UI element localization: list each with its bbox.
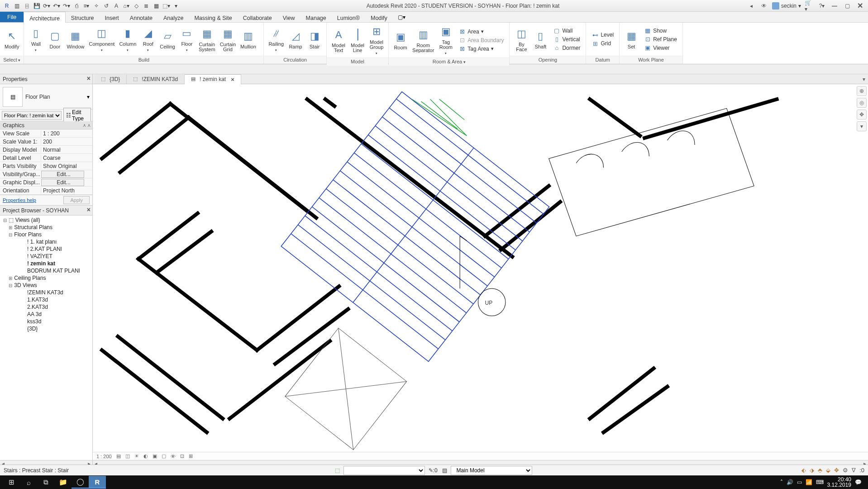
background-icon[interactable]: ⚙ <box>843 467 848 474</box>
edit-type-button[interactable]: ☷Edit Type <box>63 108 91 123</box>
tree-item[interactable]: 2.KAT3d <box>0 303 92 311</box>
viewer-button[interactable]: ▣Viewer <box>644 44 677 52</box>
tray-chevron-icon[interactable]: ˄ <box>780 479 783 485</box>
tab-analyze[interactable]: Analyze <box>158 12 189 22</box>
panel-label-select[interactable]: Select <box>0 56 24 64</box>
search-icon[interactable]: 👁 <box>759 1 768 10</box>
properties-header[interactable]: Properties × <box>0 74 92 84</box>
property-row[interactable]: Display ModelNormal <box>0 146 92 154</box>
file-explorer-icon[interactable]: 📁 <box>54 476 72 489</box>
clock[interactable]: 20:40 3.12.2019 <box>827 477 851 488</box>
select-face-icon[interactable]: ⬙ <box>826 467 830 474</box>
grid-button[interactable]: ⊞Grid <box>591 40 614 47</box>
model-text-button[interactable]: AModel Text <box>329 27 348 54</box>
workset-select[interactable] <box>343 466 425 475</box>
workset-icon[interactable]: ⬚ <box>335 467 340 474</box>
dim-icon[interactable]: ↺ <box>102 2 110 10</box>
ref-plane-button[interactable]: ⊡Ref Plane <box>644 36 677 43</box>
text-icon[interactable]: A <box>112 2 120 10</box>
tree-item[interactable]: ! VAZİYET <box>0 253 92 260</box>
keyboard-icon[interactable]: ⌨ <box>816 479 824 485</box>
window-button[interactable]: ▦Window <box>65 28 86 50</box>
tree-3d-views[interactable]: ⊟ 3D Views <box>0 282 92 289</box>
model-line-button[interactable]: ⎮Model Line <box>348 27 367 54</box>
canvas[interactable]: UP ⊕ ◎ ✥ ▾ <box>93 84 868 452</box>
battery-icon[interactable]: ▭ <box>797 479 802 485</box>
close-window-icon[interactable]: ✕ <box>855 1 864 10</box>
notification-icon[interactable]: 💬 <box>855 479 862 485</box>
close-icon[interactable]: × <box>87 75 91 82</box>
close-win-icon[interactable]: ▦ <box>152 2 160 10</box>
group-graphics[interactable]: Graphics⋏ ⋏ <box>0 121 92 129</box>
cart-icon[interactable]: 🛒▾ <box>805 1 814 10</box>
measure-icon[interactable]: ≡▾ <box>82 2 91 10</box>
property-row[interactable]: Visibility/Grap...Edit... <box>0 170 92 178</box>
undo-icon[interactable]: ↶▾ <box>52 2 61 10</box>
opening-dormer-button[interactable]: ⌂Dormer <box>553 44 580 52</box>
tree-item[interactable]: BODRUM KAT PLANI <box>0 267 92 274</box>
sync-icon[interactable]: ⟳▾ <box>43 2 51 10</box>
property-row[interactable]: Graphic Displ...Edit... <box>0 178 92 187</box>
tree-item[interactable]: ! 2.KAT PLANI <box>0 245 92 253</box>
tab-annotate[interactable]: Annotate <box>124 12 158 22</box>
tab-overflow-icon[interactable]: ▾ <box>860 76 868 82</box>
constraints-icon[interactable]: ⊞ <box>189 453 193 459</box>
crop-region-icon[interactable]: ▢ <box>162 453 166 459</box>
wall-button[interactable]: ▯Wall <box>27 25 45 53</box>
revit-taskbar-icon[interactable]: R <box>89 476 106 489</box>
search-icon[interactable]: ⌕ <box>20 476 37 489</box>
save-icon[interactable]: 💾 <box>33 2 41 10</box>
property-row[interactable]: Scale Value 1:200 <box>0 138 92 146</box>
roof-button[interactable]: ◢Roof <box>139 25 157 53</box>
nav-pan-icon[interactable]: ✥ <box>857 110 867 120</box>
ribbon-play-icon[interactable]: ▢▾ <box>393 12 411 22</box>
door-button[interactable]: ▢Door <box>46 28 64 50</box>
modify-button[interactable]: ↖ Modify <box>3 28 21 50</box>
chrome-icon[interactable]: ◯ <box>72 476 89 489</box>
ceiling-button[interactable]: ▱Ceiling <box>158 28 177 50</box>
tree-item[interactable]: ! 1. kat planı <box>0 238 92 245</box>
apply-button[interactable]: Apply <box>63 196 90 204</box>
print-icon[interactable]: ⎙ <box>72 2 81 10</box>
by-face-button[interactable]: ◫By Face <box>512 26 530 53</box>
tree-floor-plans[interactable]: ⊟ Floor Plans <box>0 231 92 238</box>
drag-elements-icon[interactable]: ✥ <box>834 467 839 474</box>
crop-icon[interactable]: ▣ <box>153 453 157 459</box>
property-row[interactable]: OrientationProject North <box>0 187 92 195</box>
floor-button[interactable]: ▭Floor <box>178 25 196 53</box>
detail-level-icon[interactable]: ▤ <box>116 453 121 459</box>
redo-icon[interactable]: ↷▾ <box>62 2 71 10</box>
tab-structure[interactable]: Structure <box>66 12 100 22</box>
restore-icon[interactable]: ▢ <box>843 1 852 10</box>
property-row[interactable]: View Scale1 : 200 <box>0 129 92 138</box>
tab-file[interactable]: File <box>0 12 24 22</box>
open-icon[interactable]: ▥ <box>13 2 21 10</box>
tree-item[interactable]: {3D} <box>0 325 92 332</box>
select-pinned-icon[interactable]: ⬘ <box>818 467 822 474</box>
curtain-grid-button[interactable]: ▦Curtain Grid <box>218 26 238 53</box>
show-button[interactable]: ▦Show <box>644 27 677 34</box>
area-boundary-button[interactable]: ⊡Area Boundary <box>458 37 504 44</box>
design-options-icon[interactable]: ▤ <box>442 467 447 474</box>
tree-structural-plans[interactable]: ⊞ Structural Plans <box>0 224 92 231</box>
qat-customize-icon[interactable]: ▾ <box>172 2 180 10</box>
full-nav-icon[interactable]: ⊕ <box>857 86 867 96</box>
properties-help-link[interactable]: Properties help <box>0 197 63 203</box>
task-view-icon[interactable]: ⧉ <box>37 476 54 489</box>
select-underlay-icon[interactable]: ⬗ <box>810 467 814 474</box>
tab-architecture[interactable]: Architecture <box>24 12 66 23</box>
level-button[interactable]: ⊷Level <box>591 31 614 38</box>
align-icon[interactable]: ✧ <box>92 2 100 10</box>
selection-count-icon[interactable]: ✎ <box>429 467 433 474</box>
user-badge[interactable]: seckin ▾ <box>772 2 801 10</box>
component-button[interactable]: ◫Component <box>87 25 117 53</box>
opening-vertical-button[interactable]: ▯Vertical <box>553 36 580 43</box>
minimize-icon[interactable]: — <box>830 1 839 10</box>
visual-style-icon[interactable]: ◫ <box>125 453 130 459</box>
model-group-button[interactable]: ⊞Model Group <box>367 24 386 57</box>
tree-item[interactable]: !ZEMIN KAT3d <box>0 289 92 296</box>
3d-icon[interactable]: ⌂▾ <box>122 2 130 10</box>
start-icon[interactable]: ⊞ <box>3 476 20 489</box>
property-row[interactable]: Detail LevelCoarse <box>0 154 92 162</box>
tree-item[interactable]: ! zemin kat <box>0 260 92 267</box>
